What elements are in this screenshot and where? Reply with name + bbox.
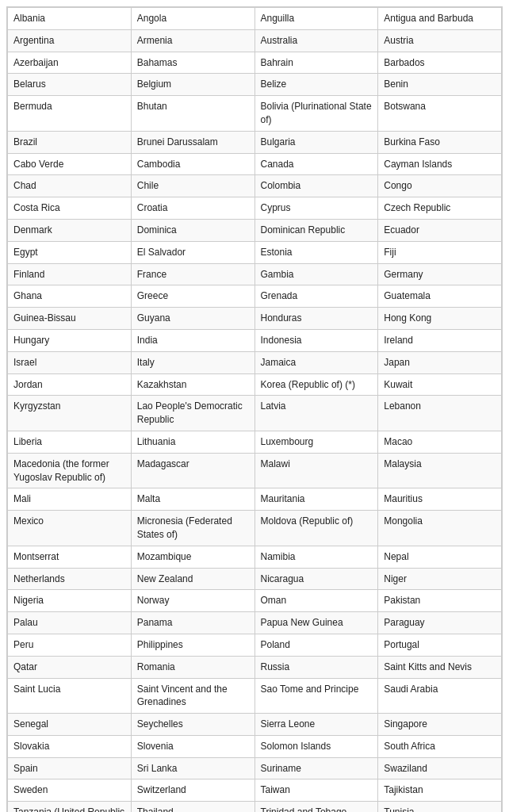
table-cell: Bolivia (Plurinational State of) <box>254 96 378 132</box>
table-row: ArgentinaArmeniaAustraliaAustria <box>8 29 502 52</box>
table-cell: Philippines <box>131 634 254 656</box>
table-cell: Anguilla <box>254 8 378 30</box>
table-row: Macedonia (the former Yugoslav Republic … <box>8 453 502 488</box>
table-cell: Costa Rica <box>8 197 132 220</box>
table-cell: Malawi <box>254 453 378 488</box>
table-cell: Italy <box>131 351 254 373</box>
table-cell: Micronesia (Federated States of) <box>131 511 254 546</box>
table-cell: Macao <box>378 431 502 453</box>
table-cell: Nepal <box>378 546 502 568</box>
table-cell: Romania <box>131 656 254 678</box>
table-cell: Ecuador <box>378 219 502 241</box>
table-cell: Australia <box>254 29 378 52</box>
table-cell: Malta <box>131 488 254 511</box>
table-cell: Papua New Guinea <box>254 612 378 634</box>
table-cell: Benin <box>378 74 502 96</box>
table-cell: Nigeria <box>8 590 132 612</box>
table-cell: Norway <box>131 590 254 612</box>
table-cell: Austria <box>378 29 502 52</box>
table-cell: Dominican Republic <box>254 219 378 241</box>
table-cell: India <box>131 329 254 351</box>
table-cell: Finland <box>8 263 132 285</box>
table-cell: Mexico <box>8 511 132 546</box>
table-cell: Qatar <box>8 656 132 678</box>
table-cell: Cabo Verde <box>8 153 132 175</box>
table-cell: Liberia <box>8 431 132 453</box>
table-cell: Chile <box>131 175 254 197</box>
table-row: JordanKazakhstanKorea (Republic of) (*)K… <box>8 373 502 396</box>
table-cell: Mali <box>8 488 132 511</box>
table-cell: Botswana <box>378 96 502 132</box>
table-cell: Trinidad and Tobago <box>254 802 378 812</box>
table-row: SpainSri LankaSurinameSwaziland <box>8 757 502 779</box>
table-row: BelarusBelgiumBelizeBenin <box>8 74 502 96</box>
table-cell: Suriname <box>254 757 378 779</box>
table-cell: Japan <box>378 351 502 373</box>
table-cell: Dominica <box>131 219 254 241</box>
table-cell: New Zealand <box>131 568 254 590</box>
table-cell: Angola <box>131 8 254 30</box>
table-cell: Canada <box>254 153 378 175</box>
table-row: SwedenSwitzerlandTaiwanTajikistan <box>8 779 502 802</box>
table-cell: Cyprus <box>254 197 378 220</box>
table-row: MexicoMicronesia (Federated States of)Mo… <box>8 511 502 546</box>
table-cell: Burkina Faso <box>378 131 502 153</box>
table-cell: Honduras <box>254 308 378 330</box>
table-cell: Slovenia <box>131 735 254 757</box>
table-cell: Senegal <box>8 714 132 736</box>
table-cell: Sri Lanka <box>131 757 254 779</box>
table-cell: Azerbaijan <box>8 52 132 74</box>
table-cell: Saint Vincent and the Grenadines <box>131 678 254 714</box>
table-cell: Sierra Leone <box>254 714 378 736</box>
table-cell: Portugal <box>378 634 502 656</box>
table-cell: Singapore <box>378 714 502 736</box>
countries-table-container: AlbaniaAngolaAnguillaAntigua and Barbuda… <box>6 6 503 812</box>
table-cell: Antigua and Barbuda <box>378 8 502 30</box>
table-row: SlovakiaSloveniaSolomon IslandsSouth Afr… <box>8 735 502 757</box>
table-cell: Cayman Islands <box>378 153 502 175</box>
table-cell: Tanzania (United Republic of) <box>8 802 132 812</box>
table-cell: Oman <box>254 590 378 612</box>
table-row: BrazilBrunei DarussalamBulgariaBurkina F… <box>8 131 502 153</box>
table-cell: Colombia <box>254 175 378 197</box>
table-cell: Tajikistan <box>378 779 502 802</box>
table-cell: Brazil <box>8 131 132 153</box>
table-cell: Fiji <box>378 241 502 263</box>
table-cell: Swaziland <box>378 757 502 779</box>
table-cell: Kyrgyzstan <box>8 396 132 431</box>
table-row: KyrgyzstanLao People's Democratic Republ… <box>8 396 502 431</box>
table-cell: Albania <box>8 8 132 30</box>
table-cell: Mauritania <box>254 488 378 511</box>
table-row: Saint LuciaSaint Vincent and the Grenadi… <box>8 678 502 714</box>
table-row: PalauPanamaPapua New GuineaParaguay <box>8 612 502 634</box>
table-cell: Lithuania <box>131 431 254 453</box>
table-cell: Guatemala <box>378 285 502 308</box>
table-cell: Taiwan <box>254 779 378 802</box>
table-cell: Palau <box>8 612 132 634</box>
table-cell: Spain <box>8 757 132 779</box>
table-cell: Thailand <box>131 802 254 812</box>
table-cell: Macedonia (the former Yugoslav Republic … <box>8 453 132 488</box>
table-row: MaliMaltaMauritaniaMauritius <box>8 488 502 511</box>
table-row: FinlandFranceGambiaGermany <box>8 263 502 285</box>
table-cell: France <box>131 263 254 285</box>
table-cell: Belgium <box>131 74 254 96</box>
table-cell: Czech Republic <box>378 197 502 220</box>
table-cell: Indonesia <box>254 329 378 351</box>
table-cell: Chad <box>8 175 132 197</box>
table-row: NetherlandsNew ZealandNicaraguaNiger <box>8 568 502 590</box>
table-row: SenegalSeychellesSierra LeoneSingapore <box>8 714 502 736</box>
table-cell: Ghana <box>8 285 132 308</box>
table-cell: Kazakhstan <box>131 373 254 396</box>
table-cell: Barbados <box>378 52 502 74</box>
table-cell: Russia <box>254 656 378 678</box>
table-row: HungaryIndiaIndonesiaIreland <box>8 329 502 351</box>
table-cell: Nicaragua <box>254 568 378 590</box>
table-row: AlbaniaAngolaAnguillaAntigua and Barbuda <box>8 8 502 30</box>
table-cell: Moldova (Republic of) <box>254 511 378 546</box>
table-cell: Saint Lucia <box>8 678 132 714</box>
table-cell: Croatia <box>131 197 254 220</box>
table-cell: Egypt <box>8 241 132 263</box>
table-cell: Montserrat <box>8 546 132 568</box>
table-cell: Niger <box>378 568 502 590</box>
